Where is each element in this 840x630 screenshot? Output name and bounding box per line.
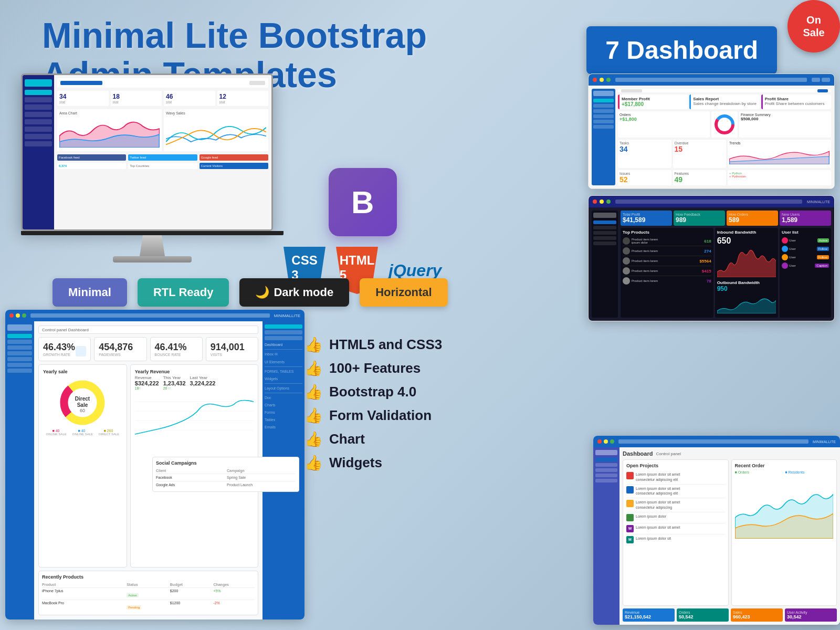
dashboard-count-box: 7 Dashboard	[586, 26, 777, 74]
dash1-body: Member Profit +$17,800 Sales Report Sale…	[589, 86, 834, 188]
screen-sidebar	[23, 75, 54, 229]
dashboard-screenshot-light: Member Profit +$17,800 Sales Report Sale…	[588, 74, 835, 189]
feature-item-html5: 👍 HTML5 and CSS3	[304, 336, 442, 353]
screen-main: 34stat 18stat 46stat 12stat Area Chart	[54, 75, 271, 229]
svg-text:60: 60	[80, 408, 85, 413]
badge-rtl: RTL Ready	[138, 278, 229, 307]
badge-dark: 🌙 Dark mode	[239, 278, 349, 307]
thumbs-up-icon-4: 👍	[304, 407, 323, 424]
svg-text:Direct: Direct	[75, 396, 90, 402]
dashboard-screenshots-group: Member Profit +$17,800 Sales Report Sale…	[588, 74, 840, 321]
feature-item-features: 👍 100+ Features	[304, 360, 442, 377]
feature-item-chart: 👍 Chart	[304, 430, 442, 448]
thumbs-up-icon-3: 👍	[304, 383, 323, 401]
feature-item-bootstrap: 👍 Bootstrap 4.0	[304, 383, 442, 401]
tech-logos-group: B CSS3 HTML5 jQuery	[284, 168, 442, 294]
badge-minimal: Minimal	[52, 278, 127, 307]
thumbs-up-icon-1: 👍	[304, 336, 323, 353]
feature-item-form: 👍 Form Validation	[304, 407, 442, 424]
feature-item-widgets: 👍 Widgets	[304, 454, 442, 471]
monitor-screen: 34stat 18stat 46stat 12stat Area Chart	[21, 74, 273, 231]
social-campaigns-section: Social Campaigns Client Campaign Faceboo…	[152, 457, 299, 492]
dash2-topbar: MINIMALLITE	[589, 196, 834, 207]
on-sale-badge: On Sale	[788, 0, 840, 52]
thumbs-up-icon-2: 👍	[304, 360, 323, 377]
jquery-logo: jQuery	[388, 261, 442, 280]
thumbs-up-icon-5: 👍	[304, 430, 323, 448]
feature-badges: Minimal RTL Ready 🌙 Dark mode Horizontal	[52, 278, 448, 307]
monitor-mockup: 34stat 18stat 46stat 12stat Area Chart	[21, 74, 284, 262]
dashboard-screenshot-purple: MINIMALLITE Dashboard Control panel	[593, 436, 840, 625]
page-content: Minimal Lite BootstrapAdmin Templates On…	[0, 0, 840, 630]
thumbs-up-icon-6: 👍	[304, 454, 323, 471]
bootstrap-logo: B	[329, 168, 397, 236]
feature-list: 👍 HTML5 and CSS3 👍 100+ Features 👍 Boots…	[304, 336, 442, 478]
dashboard-screenshot-dark: MINIMALLITE Total Profit $41,5	[588, 195, 835, 321]
badge-horizontal: Horizontal	[360, 278, 448, 307]
moon-icon: 🌙	[255, 286, 269, 299]
svg-point-2	[720, 120, 729, 129]
dash1-topbar	[589, 74, 834, 86]
svg-text:Sale: Sale	[77, 402, 88, 408]
